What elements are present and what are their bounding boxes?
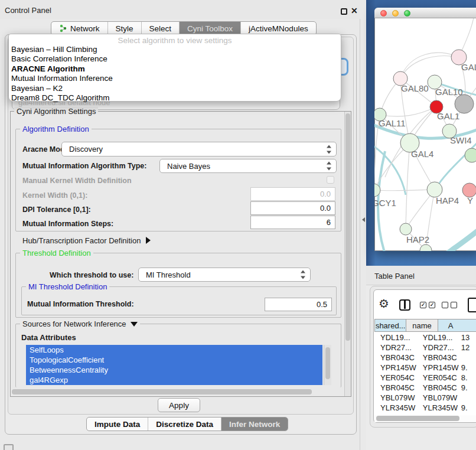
window-minimize-icon[interactable]: [392, 10, 399, 17]
column-header-shared[interactable]: shared...: [374, 319, 406, 331]
data-attributes-list[interactable]: SelfLoopsTopologicalCoefficientBetweenne…: [26, 345, 322, 385]
algorithm-option[interactable]: Bayesian – K2: [9, 84, 341, 93]
algorithm-option[interactable]: Bayesian – Hill Climbing: [9, 45, 341, 54]
mi-type-combo[interactable]: Naive Bayes: [159, 159, 337, 173]
settings-hscroll-thumb[interactable]: [12, 389, 312, 394]
mi-steps-field[interactable]: 6: [250, 216, 335, 229]
attributes-scrollbar[interactable]: [324, 345, 331, 385]
table-cell: [459, 393, 476, 403]
table-cell: YIL052C: [374, 413, 417, 415]
algorithm-dropdown-list: Bayesian – Hill ClimbingBasic Correlatio…: [9, 45, 341, 103]
tab-style[interactable]: Style: [108, 22, 142, 35]
sources-collapse-icon[interactable]: [131, 322, 138, 327]
network-tab-icon: [59, 24, 67, 32]
kernel-width-field[interactable]: 0.0: [250, 187, 335, 201]
tab-network[interactable]: Network: [51, 22, 108, 35]
settings-vertical-scrollbar[interactable]: [344, 112, 351, 396]
window-close-icon[interactable]: [380, 10, 387, 17]
table-row[interactable]: YIL052CYIL052C9: [374, 413, 476, 415]
column-header-partial[interactable]: A: [438, 319, 476, 331]
gear-icon[interactable]: ⚙: [379, 298, 389, 309]
network-edge[interactable]: [436, 141, 476, 189]
table-cell: YPR145W: [417, 363, 459, 373]
table-row[interactable]: YLR345WYLR345W9.: [374, 403, 476, 413]
table-cell: YDL19...: [417, 332, 459, 343]
sources-group-title[interactable]: Sources for Network Inference: [20, 319, 140, 328]
combo-spinner-icon: [327, 162, 332, 171]
table-row[interactable]: YBR043CYBR043C: [374, 353, 476, 363]
network-node[interactable]: [400, 223, 412, 235]
table-row[interactable]: YDL19...YDL19...13: [374, 332, 476, 343]
network-node-label: GAL4: [411, 149, 433, 159]
deselect-all-checkbox-icon[interactable]: [442, 302, 448, 308]
network-window-titlebar[interactable]: [374, 8, 476, 18]
table-cell: YER054C: [417, 373, 459, 383]
hub-expand-icon[interactable]: [146, 237, 151, 244]
table-row[interactable]: YBR045CYBR045C9.: [374, 383, 476, 393]
settings-horizontal-scrollbar[interactable]: [11, 388, 344, 396]
network-edge[interactable]: [406, 143, 410, 229]
close-icon[interactable]: ✕: [351, 6, 358, 15]
columns-icon[interactable]: [399, 299, 410, 311]
table-row[interactable]: YBL079WYBL079W: [374, 393, 476, 403]
tab-infer-network[interactable]: Infer Network: [221, 418, 288, 431]
window-zoom-icon[interactable]: [404, 10, 410, 17]
algorithm-option[interactable]: Mutual Information Inference: [9, 74, 341, 83]
algorithm-option[interactable]: ARACNE Algorithm: [9, 64, 341, 74]
network-node-label: GAL: [461, 62, 476, 72]
splitter-collapse-arrow[interactable]: [362, 217, 365, 222]
table-cell: YDR27...: [417, 343, 459, 353]
network-canvas[interactable]: GALGAL80GAL10GAL1GAL11SWI4GAL4GCY1HAP4YH…: [374, 18, 476, 251]
dpi-tolerance-field[interactable]: 0.0: [250, 201, 335, 215]
table-row[interactable]: YER054CYER054C8.: [374, 373, 476, 383]
table-row[interactable]: YPR145WYPR145W9.: [374, 363, 476, 373]
mi-type-value: Naive Bayes: [167, 162, 210, 171]
table-file-icon[interactable]: [468, 298, 476, 312]
algorithm-option[interactable]: Dream8 DC_TDC Algorithm: [9, 93, 341, 103]
data-attribute-item[interactable]: BetweennessCentrality: [26, 365, 322, 375]
tab-impute-data[interactable]: Impute Data: [87, 418, 148, 431]
panel-corner-icon[interactable]: [4, 444, 14, 450]
tab-select[interactable]: Select: [142, 22, 180, 35]
panel-splitter[interactable]: [360, 0, 366, 450]
settings-vscroll-thumb[interactable]: [345, 113, 350, 341]
network-edge[interactable]: [446, 229, 476, 251]
attributes-scrollbar-thumb[interactable]: [325, 347, 330, 379]
algorithm-option[interactable]: Basic Correlation Inference: [9, 54, 341, 64]
deselect-all-checkbox-icon[interactable]: [451, 302, 457, 308]
table-hscroll-thumb[interactable]: [376, 416, 459, 421]
tab-jactivemnodules[interactable]: jActiveMNodules: [241, 22, 316, 35]
network-edge[interactable]: [400, 53, 459, 79]
which-threshold-combo[interactable]: MI Threshold: [138, 268, 311, 282]
which-threshold-label: Which threshold to use:: [50, 271, 133, 279]
hub-definition-expander[interactable]: Hub/Transcription Factor Definition: [22, 236, 151, 245]
tab-cyni-toolbox[interactable]: Cyni Toolbox: [180, 22, 241, 35]
table-row[interactable]: YDR27...YDR27...12: [374, 343, 476, 353]
mi-threshold-field[interactable]: 0.5: [265, 298, 332, 311]
table-cell: 9: [459, 413, 476, 415]
table-cell: 8.: [459, 373, 476, 383]
control-panel-window: Control Panel ✕ Network Style Select Cyn…: [0, 0, 360, 450]
data-attribute-item[interactable]: SelfLoops: [26, 345, 322, 355]
aracne-mode-combo[interactable]: Discovery: [61, 142, 337, 156]
select-all-checkbox-icon[interactable]: ✓: [420, 302, 426, 308]
select-all-checkbox-icon[interactable]: ✓: [429, 302, 435, 308]
column-header-name[interactable]: name: [406, 319, 437, 331]
threshold-definition-title: Threshold Definition: [20, 249, 93, 257]
network-node-label: GAL1: [437, 111, 459, 121]
network-node[interactable]: [465, 148, 476, 162]
table-horizontal-scrollbar[interactable]: [374, 415, 476, 422]
network-edge[interactable]: [380, 107, 436, 116]
table-cell: 12: [459, 343, 476, 353]
network-node-label: HAP2: [406, 234, 429, 244]
apply-button[interactable]: Apply: [158, 398, 200, 412]
float-panel-icon[interactable]: [341, 8, 347, 15]
combo-spinner-icon: [301, 270, 306, 279]
manual-kernel-checkbox[interactable]: [327, 176, 334, 184]
tab-discretize-data[interactable]: Discretize Data: [148, 418, 221, 431]
data-attribute-item[interactable]: TopologicalCoefficient: [26, 355, 322, 365]
table-cell: 13: [459, 332, 476, 343]
data-attribute-item[interactable]: gal4RGexp: [26, 375, 322, 385]
network-node[interactable]: [455, 94, 474, 113]
network-edge[interactable]: [400, 56, 459, 79]
